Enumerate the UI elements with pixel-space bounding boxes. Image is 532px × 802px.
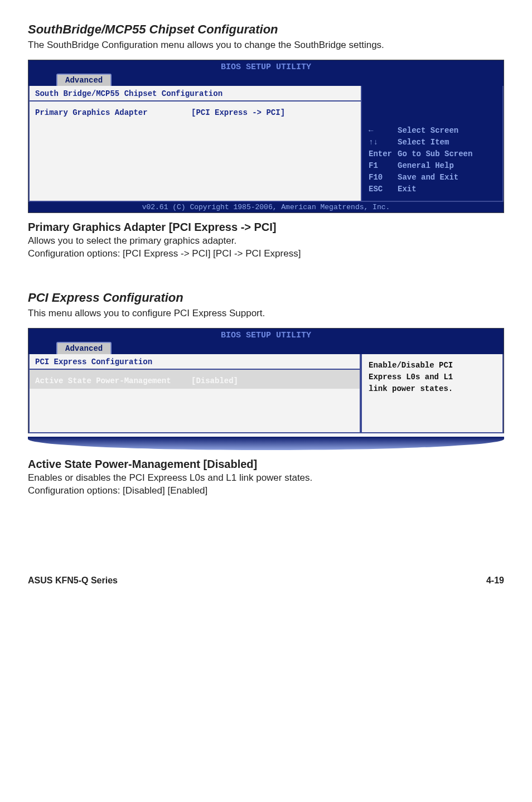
bios-panel-title: PCI Express Configuration [30, 354, 360, 368]
key-enter: Enter [369, 148, 393, 160]
page-footer: ASUS KFN5-Q Series 4-19 [28, 576, 504, 586]
help-line: Express L0s and L1 [369, 371, 497, 383]
bios-left-panel: South Bridge/MCP55 Chipset Configuration… [28, 86, 362, 202]
section-southbridge-title: SouthBridge/MCP55 Chipset Configuration [28, 22, 504, 37]
option-active-state-title: Active State Power-Management [Disabled] [28, 458, 504, 471]
bios-screenshot-pciexpress: BIOS SETUP UTILITY Advanced PCI Express … [28, 328, 504, 433]
row-label: Primary Graphics Adapter [35, 108, 191, 117]
option-primary-graphics-title: Primary Graphics Adapter [PCI Express ->… [28, 221, 504, 234]
bios-header: BIOS SETUP UTILITY Advanced [28, 328, 504, 354]
option-active-state-options: Configuration options: [Disabled] [Enabl… [28, 485, 504, 497]
bios-screenshot-southbridge: BIOS SETUP UTILITY Advanced South Bridge… [28, 60, 504, 213]
bios-header-title: BIOS SETUP UTILITY [28, 330, 504, 340]
section-pciexpress-desc: This menu allows you to configure PCI Ex… [28, 307, 504, 320]
legend-select-item: Select Item [398, 137, 449, 148]
key-f1: F1 [369, 160, 393, 172]
bios-panel-title: South Bridge/MCP55 Chipset Configuration [30, 86, 361, 99]
section-pciexpress-title: PCI Express Configuration [28, 291, 504, 305]
help-line: Enable/Disable PCI [369, 360, 497, 371]
footer-page-number: 4-19 [486, 576, 504, 586]
row-label: Active State Power-Management [35, 376, 191, 385]
bios-copyright: v02.61 (C) Copyright 1985-2006, American… [28, 202, 504, 212]
row-value: [Disabled] [191, 376, 238, 385]
decorative-wave [28, 437, 504, 450]
legend-select-screen: Select Screen [398, 125, 458, 137]
footer-product: ASUS KFN5-Q Series [28, 576, 118, 586]
row-value: [PCI Express -> PCI] [191, 108, 285, 117]
bios-row-active-state: Active State Power-Management [Disabled] [30, 370, 360, 389]
bios-help-panel: Enable/Disable PCI Express L0s and L1 li… [361, 354, 504, 433]
legend-help: General Help [398, 160, 454, 172]
bios-legend-panel: ←Select Screen ↑↓Select Item EnterGo to … [362, 86, 504, 202]
bios-tab-advanced: Advanced [56, 74, 112, 86]
bios-row-primary-graphics: Primary Graphics Adapter [PCI Express ->… [30, 102, 361, 120]
bios-left-panel: PCI Express Configuration Active State P… [28, 354, 361, 433]
bios-header: BIOS SETUP UTILITY Advanced [28, 60, 504, 86]
section-southbridge-desc: The SouthBridge Configuration menu allow… [28, 39, 504, 52]
legend-subscreen: Go to Sub Screen [398, 148, 472, 160]
key-f10: F10 [369, 172, 393, 183]
bios-tab-advanced: Advanced [56, 342, 112, 354]
help-line: link power states. [369, 383, 497, 395]
option-primary-graphics-desc: Allows you to select the primary graphic… [28, 235, 504, 248]
option-primary-graphics-options: Configuration options: [PCI Express -> P… [28, 248, 504, 260]
legend-save: Save and Exit [398, 172, 458, 183]
legend-exit: Exit [398, 183, 417, 195]
key-left-right-icon: ← [369, 125, 393, 137]
key-up-down-icon: ↑↓ [369, 137, 393, 148]
option-active-state-desc: Enables or disables the PCI Expreess L0s… [28, 472, 504, 485]
key-esc: ESC [369, 183, 393, 195]
bios-header-title: BIOS SETUP UTILITY [28, 61, 504, 72]
